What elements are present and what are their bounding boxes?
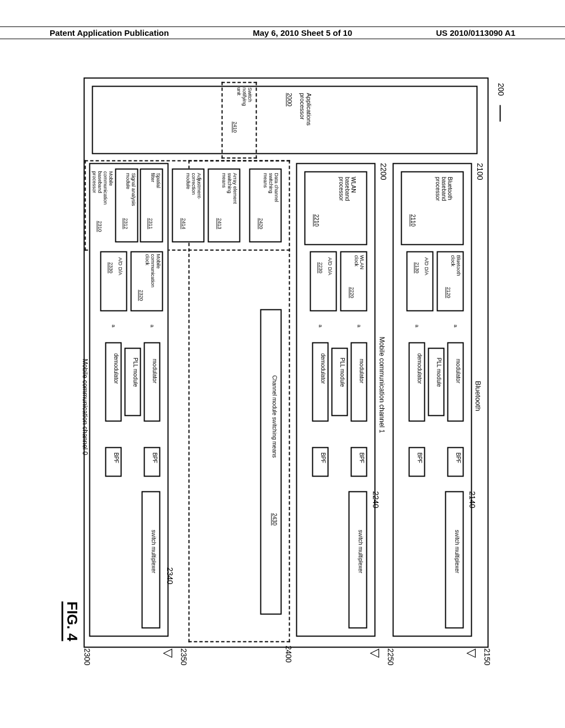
- apps-processor-ref: 2000: [286, 93, 293, 106]
- bt-bpf2-label: BPF: [417, 453, 423, 463]
- mc-bpf2-label: BPF: [113, 453, 119, 463]
- arr-sw-ref: 2413: [217, 218, 222, 229]
- bt-pll-label: PLL module: [436, 358, 442, 387]
- bt-ad-label: A/D D/A: [424, 258, 429, 276]
- switching-device-ref: 2400: [284, 646, 293, 663]
- mc-ad-ref: 2330: [108, 263, 114, 274]
- wlan-baseband-box: [305, 172, 367, 245]
- ch-sw-ref: 2430: [271, 513, 278, 526]
- wlan-clock-ref: 2220: [349, 287, 355, 298]
- spatial-ref: 2311: [148, 218, 153, 229]
- page: Patent Application Publication May 6, 20…: [0, 0, 565, 728]
- mc-modulator-label: modulator: [152, 359, 158, 383]
- bt-bpf1-label: BPF: [455, 453, 461, 463]
- switch-notify-label: Switch notifying unit: [236, 88, 253, 106]
- bt-clock-ref: 2120: [446, 287, 451, 298]
- wlan-antenna-icon: ▽: [369, 649, 381, 658]
- mc-bb-ref: 2310: [97, 221, 103, 232]
- bluetooth-title: Bluetooth: [474, 381, 482, 411]
- wlan-title: Mobile communication channel 1: [378, 337, 386, 433]
- bt-a2: a: [414, 325, 420, 328]
- arrow-line: [500, 105, 501, 122]
- bt-modulator-label: modulator: [455, 359, 461, 383]
- mc-ad-box: [100, 251, 127, 312]
- mc-clock-label: Mobile communication clock: [145, 254, 161, 288]
- wlan-clock-label: WLAN clock: [354, 255, 365, 270]
- bt-antenna-icon: ▽: [466, 649, 478, 658]
- wlan-antenna-ref: 2250: [386, 649, 395, 666]
- bt-antenna-ref: 2150: [483, 649, 492, 666]
- mc-ad-label: A/D D/A: [118, 258, 123, 276]
- bt-a1: a: [453, 325, 459, 328]
- bt-demod-label: demodulator: [417, 354, 423, 384]
- ch-sw-box: [260, 309, 282, 615]
- apps-processor-label: Applications processor: [299, 93, 312, 126]
- wlan-mux-ref: 2240: [371, 491, 380, 508]
- wlan-pll-label: PLL module: [339, 358, 345, 387]
- sig-label: Signal analysis module: [125, 173, 136, 206]
- bt-baseband-label: Bluetooth baseband processor: [435, 177, 453, 201]
- bt-mux-ref: 2140: [468, 491, 477, 508]
- mc-demod-label: demodulator: [113, 354, 119, 384]
- bt-ad-ref: 2130: [414, 263, 420, 274]
- mc-mux-ref: 2340: [166, 568, 174, 585]
- header-left: Patent Application Publication: [50, 28, 169, 38]
- mc-group-ref: 2300: [83, 649, 92, 666]
- wlan-modulator-label: modulator: [359, 359, 365, 383]
- ref-main: 200: [497, 83, 505, 96]
- bt-ad-box: [407, 251, 434, 312]
- wlan-baseband-ref: 2210: [313, 215, 319, 227]
- mc-clock-ref: 2320: [138, 290, 144, 301]
- data-sw-ref: 2420: [258, 218, 264, 229]
- figure-number: FIG. 4: [62, 602, 81, 641]
- arr-sw-label: Array element switching means: [221, 173, 238, 204]
- mc-a1: a: [150, 325, 155, 328]
- figure: 200 Applications processor 2000 Switch n…: [61, 72, 511, 657]
- mc-mux-label: switch multiplexer: [151, 530, 157, 574]
- wlan-demod-label: demodulator: [320, 354, 326, 384]
- mc-a2: a: [111, 325, 116, 328]
- mc-bb-label: Mobile communication baseband processor: [92, 172, 114, 205]
- bt-baseband-ref: 2110: [410, 215, 416, 227]
- wlan-bpf2-label: BPF: [320, 453, 326, 463]
- spatial-label: Spatial filter: [150, 173, 161, 189]
- wlan-ad-ref: 2230: [318, 263, 323, 274]
- bt-group-ref: 2100: [476, 163, 484, 180]
- mc-title: Mobile communication channel 0: [81, 359, 89, 456]
- bt-mux-label: switch multiplexer: [454, 530, 460, 574]
- sig-ref: 2312: [123, 218, 129, 229]
- header-right: US 2010/0113090 A1: [436, 28, 515, 38]
- mc-pll-label: PLL module: [132, 358, 138, 387]
- wlan-group-ref: 2200: [379, 163, 388, 180]
- wlan-ad-label: A/D D/A: [327, 258, 333, 276]
- apps-processor-box: [92, 86, 478, 154]
- bt-clock-label: Bluetooth clock: [450, 255, 461, 276]
- wlan-ad-box: [310, 251, 337, 312]
- wlan-a1: a: [356, 325, 362, 328]
- figure-wrapper: 200 Applications processor 2000 Switch n…: [0, 140, 565, 589]
- mc-bpf1-label: BPF: [152, 453, 158, 463]
- adj-label: Adjustment- correction module: [185, 173, 202, 200]
- data-sw-label: Data channel switching means: [263, 173, 279, 202]
- wlan-bpf1-label: BPF: [359, 453, 365, 463]
- header-bar: Patent Application Publication May 6, 20…: [0, 26, 565, 39]
- wlan-a2: a: [318, 325, 323, 328]
- mc-antenna-icon: ▽: [162, 649, 174, 658]
- mc-antenna-ref: 2350: [179, 649, 188, 666]
- wlan-mux-label: switch multiplexer: [358, 530, 364, 574]
- switch-notify-ref: 2410: [232, 122, 238, 133]
- ch-sw-label: Channel module switching means: [271, 376, 278, 458]
- bt-baseband-box: [401, 172, 464, 245]
- header-center: May 6, 2010 Sheet 5 of 10: [253, 28, 352, 38]
- adj-ref: 2414: [181, 218, 186, 229]
- wlan-baseband-label: WLAN baseband processor: [338, 177, 356, 201]
